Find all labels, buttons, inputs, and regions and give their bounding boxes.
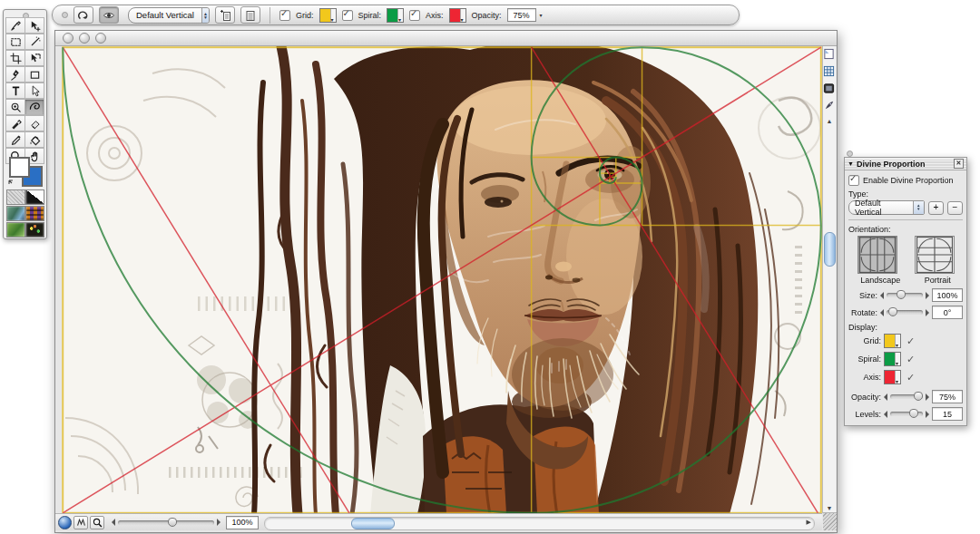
panel-close-button[interactable]: ✕ — [954, 159, 964, 169]
panel-axis-check[interactable]: ✓ — [906, 372, 915, 384]
panel-divider — [848, 219, 963, 220]
vertical-scrollbar[interactable]: ▲ ▼ — [822, 46, 836, 513]
paper-selector[interactable] — [6, 189, 25, 205]
add-preset-button[interactable] — [215, 6, 235, 24]
horizontal-scrollbar[interactable] — [264, 517, 815, 530]
axis-checkbox[interactable]: ✓ — [409, 10, 420, 21]
brush-tool[interactable] — [5, 17, 25, 34]
property-bar-handle[interactable] — [62, 12, 68, 18]
panel-spiral-color-swatch[interactable]: ▾ — [884, 352, 901, 366]
divine-icon — [29, 102, 41, 113]
panel-handle[interactable] — [847, 150, 853, 157]
crop-tool[interactable] — [5, 50, 25, 66]
window-titlebar[interactable] — [55, 31, 837, 46]
vertical-scroll-thumb[interactable] — [824, 232, 836, 267]
preset-dropdown[interactable]: Default Vertical ▲▼ — [128, 7, 210, 24]
window-zoom-slider[interactable] — [112, 517, 220, 528]
bucket-icon — [29, 134, 41, 146]
slider-left-arrow[interactable] — [112, 519, 115, 526]
panel-opacity-slider[interactable] — [884, 392, 929, 403]
enable-divine-proportion-checkbox[interactable]: ✓ — [848, 175, 859, 186]
hscroll-right-arrow[interactable]: ▶ — [807, 519, 811, 526]
disclosure-triangle-icon[interactable]: ▼ — [848, 160, 854, 167]
axis-color-swatch[interactable]: ▾ — [449, 8, 466, 23]
rectshape-icon — [29, 69, 41, 81]
eraser-tool[interactable] — [24, 115, 44, 131]
shape-selection-tool[interactable] — [24, 83, 44, 99]
seladjuster-icon — [29, 53, 41, 64]
opacity-dropdown-arrow-icon[interactable]: ▾ — [540, 12, 543, 18]
eraser-icon — [29, 118, 41, 130]
eyedropper-tool[interactable] — [5, 131, 25, 148]
magic-wand-tool[interactable] — [24, 34, 44, 50]
grid-color-swatch[interactable]: ▾ — [319, 8, 337, 23]
grid-checkbox[interactable]: ✓ — [279, 10, 290, 21]
window-resize-grip[interactable] — [823, 512, 837, 530]
wand-icon — [29, 36, 41, 48]
layer-adjuster-tool[interactable] — [24, 17, 44, 34]
pen-tool[interactable] — [5, 66, 25, 83]
add-divine-type-button[interactable]: + — [928, 201, 944, 215]
size-field[interactable]: 100% — [932, 288, 963, 302]
panel-spiral-check[interactable]: ✓ — [906, 354, 915, 365]
panel-axis-color-swatch[interactable]: ▾ — [884, 370, 901, 384]
rotate-field[interactable]: 0° — [932, 306, 963, 319]
tracing-paper-icon[interactable] — [823, 48, 835, 60]
type-dropdown-value: Default Vertical — [849, 199, 913, 217]
window-zoom-slider-thumb[interactable] — [168, 518, 177, 527]
rotate-slider[interactable] — [880, 307, 929, 318]
dropper-tool[interactable] — [5, 99, 25, 115]
scroll-up-arrow[interactable]: ▲ — [823, 115, 836, 126]
canvas[interactable] — [62, 46, 822, 514]
size-slider[interactable] — [880, 290, 929, 301]
magnifier-button[interactable] — [90, 516, 104, 529]
panel-grid-color-swatch[interactable]: ▾ — [884, 334, 901, 348]
rectangular-selection-tool[interactable] — [5, 34, 25, 50]
window-zoom-button[interactable] — [95, 33, 106, 44]
levels-slider-thumb[interactable] — [909, 409, 918, 418]
impasto-toggle-button[interactable] — [74, 516, 88, 529]
panel-opacity-slider-thumb[interactable] — [914, 392, 923, 401]
nozzle-selector[interactable] — [6, 222, 25, 238]
reset-tool-button[interactable] — [74, 6, 93, 24]
window-minimize-button[interactable] — [79, 33, 90, 44]
rotate-slider-thumb[interactable] — [888, 307, 897, 316]
opacity-field[interactable]: 75% — [507, 8, 536, 22]
text-tool[interactable] — [5, 83, 25, 99]
panel-opacity-field[interactable]: 75% — [932, 390, 963, 403]
slider-right-arrow[interactable] — [217, 519, 220, 526]
orientation-label: Orientation: — [848, 225, 891, 234]
remove-divine-type-button[interactable]: − — [947, 201, 963, 215]
levels-field[interactable]: 15 — [932, 407, 963, 421]
marker-tool[interactable] — [5, 115, 25, 131]
orientation-portrait-thumbnail[interactable] — [915, 236, 955, 274]
panel-grid-check[interactable]: ✓ — [906, 335, 915, 347]
toggle-divine-proportion-button[interactable] — [99, 6, 119, 24]
paint-bucket-tool[interactable] — [24, 131, 44, 148]
horizontal-scroll-thumb[interactable] — [351, 518, 395, 529]
selection-adjuster-tool[interactable] — [24, 50, 44, 66]
spiral-color-swatch[interactable]: ▾ — [387, 8, 404, 23]
gradient-selector[interactable] — [6, 206, 25, 221]
window-zoom-field[interactable]: 100% — [226, 516, 259, 529]
panel-titlebar[interactable]: ▼ Divine Proportion ✕ — [845, 158, 966, 170]
swap-colors-icon[interactable] — [7, 177, 16, 186]
weave-selector[interactable] — [25, 206, 44, 221]
pattern-selector[interactable] — [25, 189, 44, 205]
divine-proportion-tool[interactable] — [24, 99, 44, 115]
grid-overlay-icon[interactable] — [823, 65, 835, 77]
color-management-icon[interactable] — [823, 83, 835, 94]
type-label: Type: — [848, 189, 868, 199]
window-close-button[interactable] — [63, 33, 74, 44]
type-dropdown[interactable]: Default Vertical ▲▼ — [848, 200, 925, 215]
rectangular-shape-tool[interactable] — [24, 66, 44, 83]
annotation-icon[interactable] — [823, 100, 835, 112]
size-slider-thumb[interactable] — [897, 290, 906, 299]
drawing-mode-icon[interactable] — [58, 516, 72, 529]
orientation-landscape-thumbnail[interactable] — [858, 236, 897, 274]
levels-slider[interactable] — [884, 409, 929, 420]
preset-list-button[interactable] — [240, 6, 260, 24]
look-selector[interactable] — [25, 222, 44, 238]
front-color-swatch[interactable] — [9, 157, 30, 178]
spiral-checkbox[interactable]: ✓ — [342, 10, 353, 21]
